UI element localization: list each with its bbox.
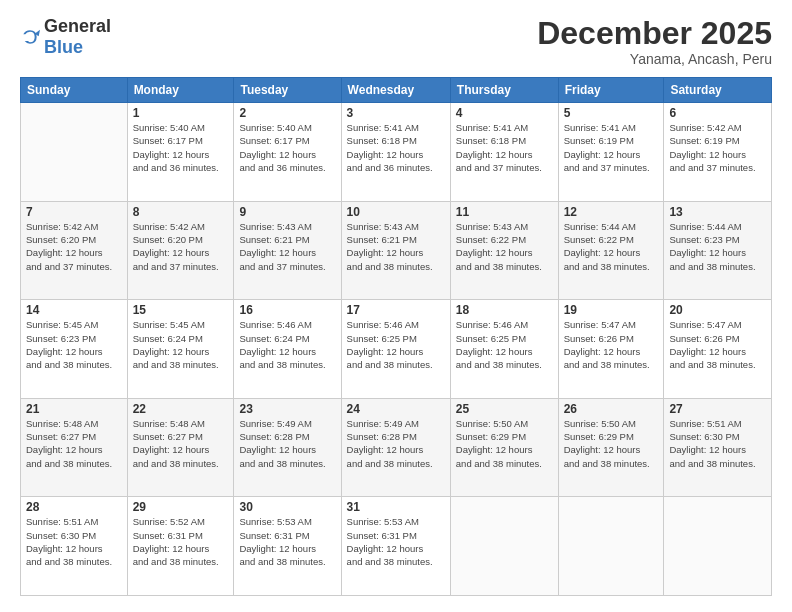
day-number: 5 [564, 106, 659, 120]
day-number: 20 [669, 303, 766, 317]
calendar-cell [450, 497, 558, 596]
weekday-header-saturday: Saturday [664, 78, 772, 103]
day-info: Sunrise: 5:40 AMSunset: 6:17 PMDaylight:… [239, 121, 335, 174]
day-number: 11 [456, 205, 553, 219]
day-info: Sunrise: 5:50 AMSunset: 6:29 PMDaylight:… [456, 417, 553, 470]
weekday-header-friday: Friday [558, 78, 664, 103]
logo-container: General Blue [20, 16, 111, 58]
day-info: Sunrise: 5:47 AMSunset: 6:26 PMDaylight:… [564, 318, 659, 371]
calendar-cell: 26Sunrise: 5:50 AMSunset: 6:29 PMDayligh… [558, 398, 664, 497]
day-info: Sunrise: 5:41 AMSunset: 6:19 PMDaylight:… [564, 121, 659, 174]
day-number: 15 [133, 303, 229, 317]
day-number: 23 [239, 402, 335, 416]
location-subtitle: Yanama, Ancash, Peru [537, 51, 772, 67]
weekday-header-monday: Monday [127, 78, 234, 103]
day-info: Sunrise: 5:43 AMSunset: 6:22 PMDaylight:… [456, 220, 553, 273]
day-info: Sunrise: 5:48 AMSunset: 6:27 PMDaylight:… [26, 417, 122, 470]
calendar-cell [558, 497, 664, 596]
calendar-cell: 16Sunrise: 5:46 AMSunset: 6:24 PMDayligh… [234, 300, 341, 399]
calendar-cell: 7Sunrise: 5:42 AMSunset: 6:20 PMDaylight… [21, 201, 128, 300]
day-number: 14 [26, 303, 122, 317]
day-info: Sunrise: 5:49 AMSunset: 6:28 PMDaylight:… [239, 417, 335, 470]
weekday-header-thursday: Thursday [450, 78, 558, 103]
day-number: 4 [456, 106, 553, 120]
calendar-cell: 31Sunrise: 5:53 AMSunset: 6:31 PMDayligh… [341, 497, 450, 596]
logo-icon [20, 27, 40, 47]
day-number: 7 [26, 205, 122, 219]
weekday-header-sunday: Sunday [21, 78, 128, 103]
calendar-cell: 4Sunrise: 5:41 AMSunset: 6:18 PMDaylight… [450, 103, 558, 202]
month-title: December 2025 [537, 16, 772, 51]
day-info: Sunrise: 5:42 AMSunset: 6:20 PMDaylight:… [26, 220, 122, 273]
day-info: Sunrise: 5:46 AMSunset: 6:25 PMDaylight:… [347, 318, 445, 371]
calendar-cell: 2Sunrise: 5:40 AMSunset: 6:17 PMDaylight… [234, 103, 341, 202]
page: General Blue December 2025 Yanama, Ancas… [0, 0, 792, 612]
day-info: Sunrise: 5:42 AMSunset: 6:20 PMDaylight:… [133, 220, 229, 273]
day-info: Sunrise: 5:44 AMSunset: 6:23 PMDaylight:… [669, 220, 766, 273]
calendar-cell: 6Sunrise: 5:42 AMSunset: 6:19 PMDaylight… [664, 103, 772, 202]
weekday-header-tuesday: Tuesday [234, 78, 341, 103]
weekday-header-row: SundayMondayTuesdayWednesdayThursdayFrid… [21, 78, 772, 103]
week-row-1: 1Sunrise: 5:40 AMSunset: 6:17 PMDaylight… [21, 103, 772, 202]
day-number: 3 [347, 106, 445, 120]
day-number: 6 [669, 106, 766, 120]
day-number: 9 [239, 205, 335, 219]
calendar-cell: 10Sunrise: 5:43 AMSunset: 6:21 PMDayligh… [341, 201, 450, 300]
week-row-2: 7Sunrise: 5:42 AMSunset: 6:20 PMDaylight… [21, 201, 772, 300]
calendar-cell: 20Sunrise: 5:47 AMSunset: 6:26 PMDayligh… [664, 300, 772, 399]
day-number: 24 [347, 402, 445, 416]
calendar-cell: 12Sunrise: 5:44 AMSunset: 6:22 PMDayligh… [558, 201, 664, 300]
weekday-header-wednesday: Wednesday [341, 78, 450, 103]
logo-general: General [44, 16, 111, 36]
calendar-cell: 9Sunrise: 5:43 AMSunset: 6:21 PMDaylight… [234, 201, 341, 300]
calendar-cell [21, 103, 128, 202]
calendar-cell: 27Sunrise: 5:51 AMSunset: 6:30 PMDayligh… [664, 398, 772, 497]
day-info: Sunrise: 5:50 AMSunset: 6:29 PMDaylight:… [564, 417, 659, 470]
calendar-cell: 17Sunrise: 5:46 AMSunset: 6:25 PMDayligh… [341, 300, 450, 399]
day-number: 16 [239, 303, 335, 317]
calendar-cell: 23Sunrise: 5:49 AMSunset: 6:28 PMDayligh… [234, 398, 341, 497]
day-info: Sunrise: 5:53 AMSunset: 6:31 PMDaylight:… [347, 515, 445, 568]
logo: General Blue [20, 16, 111, 58]
calendar-cell: 18Sunrise: 5:46 AMSunset: 6:25 PMDayligh… [450, 300, 558, 399]
calendar-cell [664, 497, 772, 596]
day-number: 26 [564, 402, 659, 416]
day-info: Sunrise: 5:46 AMSunset: 6:25 PMDaylight:… [456, 318, 553, 371]
day-number: 10 [347, 205, 445, 219]
day-number: 29 [133, 500, 229, 514]
day-number: 18 [456, 303, 553, 317]
day-info: Sunrise: 5:45 AMSunset: 6:24 PMDaylight:… [133, 318, 229, 371]
week-row-4: 21Sunrise: 5:48 AMSunset: 6:27 PMDayligh… [21, 398, 772, 497]
calendar-cell: 14Sunrise: 5:45 AMSunset: 6:23 PMDayligh… [21, 300, 128, 399]
day-info: Sunrise: 5:42 AMSunset: 6:19 PMDaylight:… [669, 121, 766, 174]
calendar-cell: 21Sunrise: 5:48 AMSunset: 6:27 PMDayligh… [21, 398, 128, 497]
week-row-5: 28Sunrise: 5:51 AMSunset: 6:30 PMDayligh… [21, 497, 772, 596]
calendar-cell: 19Sunrise: 5:47 AMSunset: 6:26 PMDayligh… [558, 300, 664, 399]
calendar-cell: 29Sunrise: 5:52 AMSunset: 6:31 PMDayligh… [127, 497, 234, 596]
logo-text: General Blue [44, 16, 111, 58]
day-number: 22 [133, 402, 229, 416]
calendar-cell: 3Sunrise: 5:41 AMSunset: 6:18 PMDaylight… [341, 103, 450, 202]
day-info: Sunrise: 5:41 AMSunset: 6:18 PMDaylight:… [456, 121, 553, 174]
day-info: Sunrise: 5:46 AMSunset: 6:24 PMDaylight:… [239, 318, 335, 371]
day-info: Sunrise: 5:48 AMSunset: 6:27 PMDaylight:… [133, 417, 229, 470]
day-number: 21 [26, 402, 122, 416]
calendar-cell: 11Sunrise: 5:43 AMSunset: 6:22 PMDayligh… [450, 201, 558, 300]
day-info: Sunrise: 5:51 AMSunset: 6:30 PMDaylight:… [26, 515, 122, 568]
day-info: Sunrise: 5:40 AMSunset: 6:17 PMDaylight:… [133, 121, 229, 174]
day-info: Sunrise: 5:52 AMSunset: 6:31 PMDaylight:… [133, 515, 229, 568]
calendar-cell: 15Sunrise: 5:45 AMSunset: 6:24 PMDayligh… [127, 300, 234, 399]
day-number: 28 [26, 500, 122, 514]
logo-blue: Blue [44, 37, 83, 57]
calendar-cell: 1Sunrise: 5:40 AMSunset: 6:17 PMDaylight… [127, 103, 234, 202]
day-number: 31 [347, 500, 445, 514]
day-info: Sunrise: 5:51 AMSunset: 6:30 PMDaylight:… [669, 417, 766, 470]
day-number: 8 [133, 205, 229, 219]
day-number: 30 [239, 500, 335, 514]
calendar-cell: 5Sunrise: 5:41 AMSunset: 6:19 PMDaylight… [558, 103, 664, 202]
header: General Blue December 2025 Yanama, Ancas… [20, 16, 772, 67]
day-number: 17 [347, 303, 445, 317]
day-number: 13 [669, 205, 766, 219]
day-info: Sunrise: 5:45 AMSunset: 6:23 PMDaylight:… [26, 318, 122, 371]
calendar-cell: 28Sunrise: 5:51 AMSunset: 6:30 PMDayligh… [21, 497, 128, 596]
